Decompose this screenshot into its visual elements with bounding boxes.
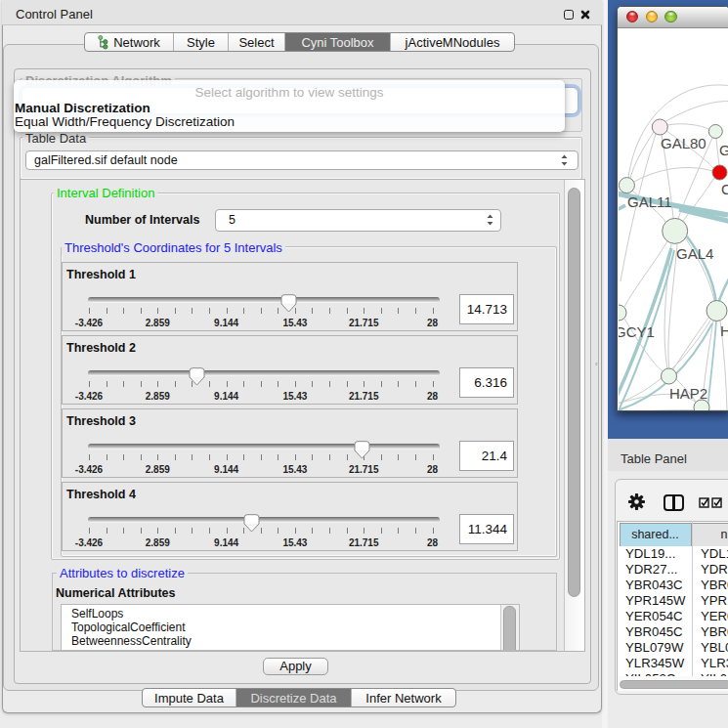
svg-text:C: C — [721, 181, 728, 197]
svg-text:GCY1: GCY1 — [619, 323, 655, 340]
svg-text:H: H — [720, 322, 728, 339]
svg-text:GAL11: GAL11 — [627, 193, 672, 210]
svg-text:GA: GA — [719, 142, 728, 158]
svg-text:GAL4: GAL4 — [676, 245, 713, 262]
svg-text:HAP2: HAP2 — [669, 385, 707, 402]
svg-text:GAL80: GAL80 — [661, 135, 707, 151]
